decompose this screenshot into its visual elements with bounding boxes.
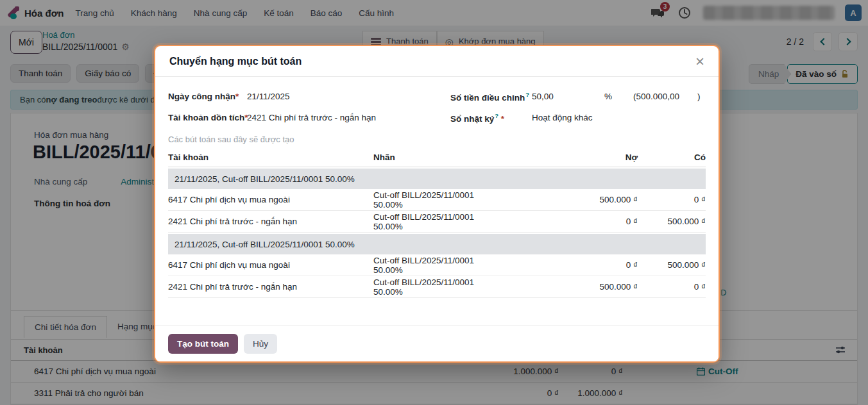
debit-cell: 500.000 ₫ [490,282,638,292]
table-row[interactable]: 2421 Chi phí trả trước - ngắn hạn Cut-of… [168,276,706,298]
label-cell: Cut-off BILL/2025/11/0001 50.00% [373,256,490,275]
cutoff-modal: Chuyển hạng mục bút toán × Ngày công nhậ… [154,45,720,363]
modal-body: Ngày công nhận* 21/11/2025 Số tiền điều … [155,77,719,298]
label-column-header: Nhãn [373,153,490,162]
cancel-button[interactable]: Hủy [244,334,277,354]
close-paren: ) [697,92,701,101]
credit-cell: 500.000 ₫ [638,260,706,270]
credit-cell: 0 ₫ [638,282,706,292]
preview-table: Tài khoản Nhãn Nợ Có 21/11/2025, Cut-off… [168,148,706,298]
adjustment-percent-input[interactable]: 50,00 [532,92,604,101]
journal-input[interactable]: Hoạt động khác [532,113,706,122]
close-icon[interactable]: × [695,54,704,69]
required-asterisk: * [235,92,239,101]
help-marker: ? [495,112,498,119]
preview-table-header: Tài khoản Nhãn Nợ Có [168,148,706,167]
account-cell: 6417 Chi phí dịch vụ mua ngoài [168,195,373,204]
debit-cell: 0 ₫ [490,260,638,270]
adjustment-amount-label: Số tiền điều chỉnh? [450,91,532,103]
debit-cell: 0 ₫ [490,217,638,226]
recognition-date-label: Ngày công nhận* [168,92,247,101]
modal-footer: Tạo bút toán Hủy [155,326,719,361]
required-asterisk: * [501,113,504,123]
modal-title: Chuyển hạng mục bút toán [169,56,302,67]
label-cell: Cut-off BILL/2025/11/0001 50.00% [373,212,490,231]
group-row[interactable]: 21/11/2025, Cut-off BILL/2025/11/0001 50… [168,234,706,254]
account-column-header: Tài khoản [168,153,373,162]
help-marker: ? [525,91,529,98]
credit-column-header: Có [638,153,706,162]
account-cell: 2421 Chi phí trả trước - ngắn hạn [168,217,373,226]
account-cell: 2421 Chi phí trả trước - ngắn hạn [168,282,373,292]
preview-note: Các bút toán sau đây sẽ được tạo [168,135,706,144]
journal-label: Sổ nhật ký? * [450,112,532,124]
modal-header: Chuyển hạng mục bút toán × [155,46,719,77]
account-cell: 6417 Chi phí dịch vụ mua ngoài [168,260,373,270]
debit-cell: 500.000 ₫ [490,195,638,204]
credit-cell: 500.000 ₫ [638,217,706,226]
percent-sign: % [604,92,633,101]
table-row[interactable]: 6417 Chi phí dịch vụ mua ngoài Cut-off B… [168,254,706,276]
table-row[interactable]: 2421 Chi phí trả trước - ngắn hạn Cut-of… [168,211,706,233]
accrual-account-label: Tài khoản dồn tích* [168,113,247,122]
create-entries-button[interactable]: Tạo bút toán [168,334,238,354]
adjustment-amount-value[interactable]: (500.000,00 [633,92,679,101]
accrual-account-input[interactable]: 2421 Chi phí trả trước - ngắn hạn [247,113,450,122]
label-cell: Cut-off BILL/2025/11/0001 50.00% [373,190,490,210]
credit-cell: 0 ₫ [638,195,706,204]
debit-column-header: Nợ [490,153,638,162]
group-row[interactable]: 21/11/2025, Cut-off BILL/2025/11/0001 50… [168,169,706,189]
recognition-date-input[interactable]: 21/11/2025 [247,92,450,101]
table-row[interactable]: 6417 Chi phí dịch vụ mua ngoài Cut-off B… [168,189,706,211]
label-cell: Cut-off BILL/2025/11/0001 50.00% [373,277,490,297]
